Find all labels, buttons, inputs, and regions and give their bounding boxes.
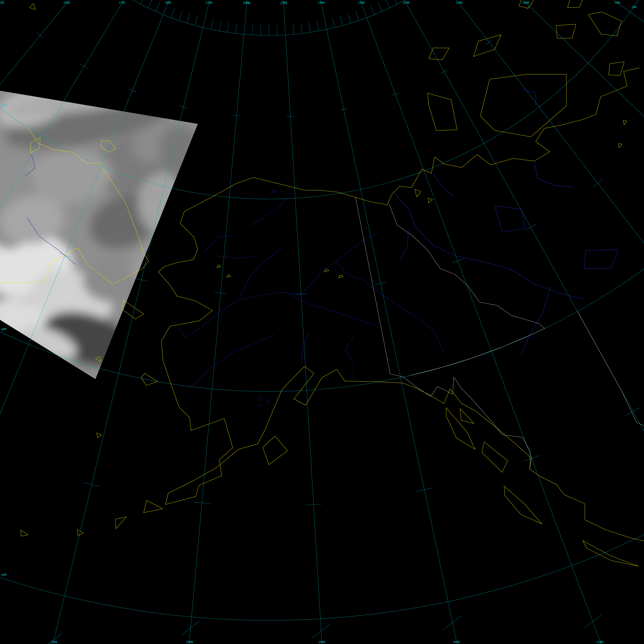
graticule-label: 120W bbox=[403, 1, 409, 4]
graticule-label: 90W bbox=[615, 1, 620, 4]
graticule-label: 110W bbox=[456, 1, 462, 4]
graticule-label: 150E bbox=[0, 1, 4, 4]
graticule-label: 180E bbox=[165, 1, 171, 4]
graticule-label: 160W bbox=[243, 1, 250, 4]
graticule-label: 170E bbox=[119, 1, 125, 4]
graticule-label: 130W bbox=[596, 640, 603, 644]
graticule-label: 140W bbox=[453, 640, 460, 644]
graticule-label: 170W bbox=[50, 640, 57, 644]
graticule-label: 150W bbox=[318, 640, 325, 644]
graticule-label: 170W bbox=[205, 1, 212, 4]
graticule-label: 130W bbox=[358, 1, 365, 4]
satellite-map-display[interactable]: 150E160E170E180E170W160W150W140W130W120W… bbox=[0, 0, 644, 644]
graticule-label: 160E bbox=[63, 1, 70, 4]
map-canvas: 150E160E170E180E170W160W150W140W130W120W… bbox=[0, 0, 644, 644]
graticule-label: 100W bbox=[522, 1, 529, 4]
graticule-label: 140W bbox=[318, 1, 325, 4]
graticule-label: 150W bbox=[280, 1, 287, 4]
graticule-label: 70N bbox=[631, 6, 636, 9]
graticule-label: 160W bbox=[186, 640, 193, 644]
